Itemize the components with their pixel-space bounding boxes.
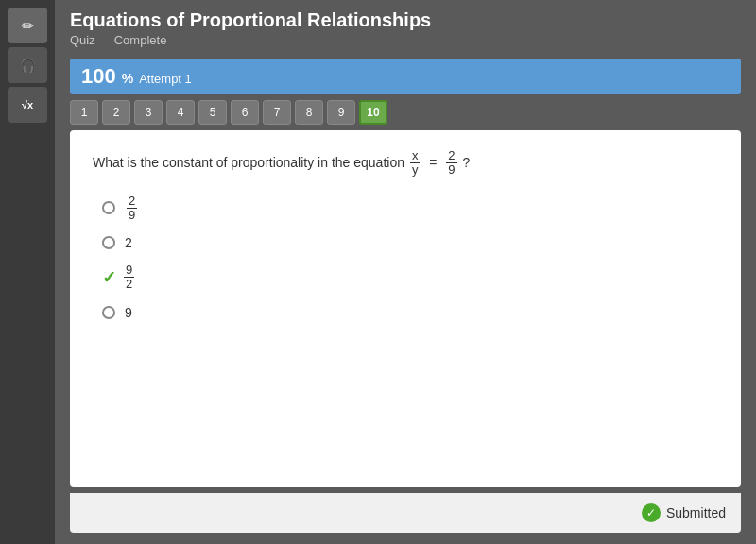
option-b-label: 2 xyxy=(125,235,132,250)
score-symbol: % xyxy=(122,71,133,86)
question-nav-btn-9[interactable]: 9 xyxy=(327,100,355,125)
option-d[interactable]: 9 xyxy=(102,305,718,320)
subtitle-row: Quiz Complete xyxy=(70,33,741,47)
headphone-icon: 🎧 xyxy=(20,58,36,73)
score-bar: 100 % Attempt 1 xyxy=(70,59,741,94)
question-nav-btn-7[interactable]: 7 xyxy=(263,100,291,125)
math-icon: √x xyxy=(22,99,33,110)
sidebar: ✏ 🎧 √x xyxy=(0,0,55,544)
header: Equations of Proportional Relationships … xyxy=(55,0,756,51)
option-c-label: 9 2 xyxy=(122,264,136,292)
submitted-check-icon: ✓ xyxy=(642,503,661,522)
quiz-label: Quiz xyxy=(70,33,95,47)
radio-d[interactable] xyxy=(102,306,115,319)
radio-b[interactable] xyxy=(102,236,115,249)
option-c[interactable]: ✓ 9 2 xyxy=(102,264,718,292)
equation-rhs-fraction: 2 9 xyxy=(446,149,456,178)
question-nav-btn-6[interactable]: 6 xyxy=(231,100,259,125)
question-nav-btn-10[interactable]: 10 xyxy=(359,100,387,125)
pencil-tool-button[interactable]: ✏ xyxy=(8,8,47,43)
question-card: What is the constant of proportionality … xyxy=(70,130,741,487)
page-title: Equations of Proportional Relationships xyxy=(70,9,741,31)
footer-bar: ✓ Submitted xyxy=(70,493,741,533)
complete-label: Complete xyxy=(114,33,167,47)
option-b[interactable]: 2 xyxy=(102,235,718,250)
check-mark-icon: ✓ xyxy=(102,267,116,288)
score-percent: 100 xyxy=(81,64,116,89)
question-nav: 1 2 3 4 5 6 7 8 9 10 xyxy=(55,100,756,130)
equation-lhs-fraction: x y xyxy=(410,149,421,178)
question-nav-btn-8[interactable]: 8 xyxy=(295,100,323,125)
pencil-icon: ✏ xyxy=(22,17,34,35)
math-tool-button[interactable]: √x xyxy=(8,87,47,123)
bottom-spacer xyxy=(55,533,756,544)
option-c-fraction: 9 2 xyxy=(124,264,134,292)
question-nav-btn-1[interactable]: 1 xyxy=(70,100,98,125)
question-nav-btn-5[interactable]: 5 xyxy=(198,100,227,125)
question-nav-btn-2[interactable]: 2 xyxy=(102,100,130,125)
option-a[interactable]: 2 9 xyxy=(102,195,718,223)
radio-a[interactable] xyxy=(102,201,115,214)
score-attempt: Attempt 1 xyxy=(139,72,192,86)
question-nav-btn-4[interactable]: 4 xyxy=(166,100,195,125)
content-area: Equations of Proportional Relationships … xyxy=(55,0,756,544)
question-nav-btn-3[interactable]: 3 xyxy=(134,100,163,125)
option-a-fraction: 2 9 xyxy=(127,195,137,223)
answer-options: 2 9 2 ✓ 9 2 xyxy=(102,195,718,320)
question-text: What is the constant of proportionality … xyxy=(93,149,718,178)
submitted-label: Submitted xyxy=(666,505,726,520)
option-a-label: 2 9 xyxy=(125,195,139,223)
option-d-label: 9 xyxy=(125,305,132,320)
audio-tool-button[interactable]: 🎧 xyxy=(8,47,47,83)
